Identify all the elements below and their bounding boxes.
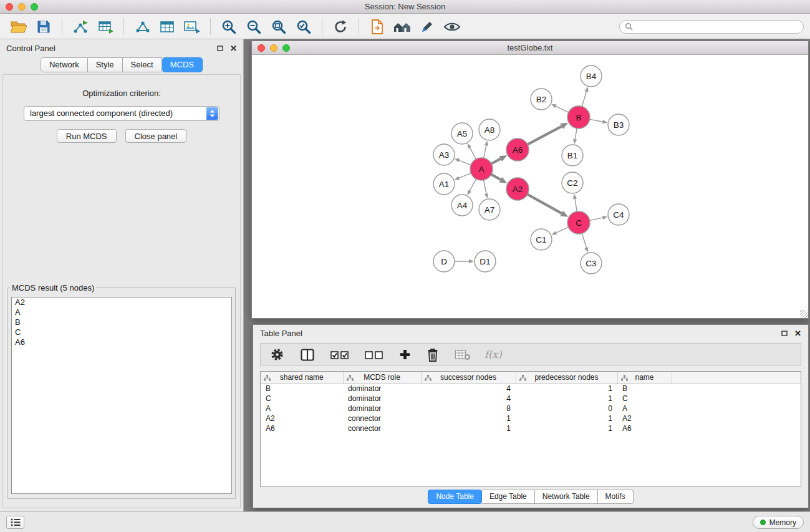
search-input[interactable] xyxy=(636,22,798,31)
mcds-result-item[interactable]: B xyxy=(12,317,231,327)
zoom-out-button[interactable] xyxy=(243,16,264,37)
graph-node-A[interactable]: A xyxy=(470,158,493,180)
minimize-window-button[interactable] xyxy=(18,3,26,11)
graph-node-B[interactable]: B xyxy=(567,106,590,128)
table-tab-edge-table[interactable]: Edge Table xyxy=(482,490,535,504)
show-columns-button[interactable] xyxy=(300,348,315,362)
zoom-fit-content-button[interactable] xyxy=(268,16,289,37)
graph-node-C1[interactable]: C1 xyxy=(531,229,552,250)
table-row[interactable]: A6connector11A6 xyxy=(261,423,801,433)
import-table-from-file-button[interactable] xyxy=(95,16,116,37)
table-settings-button[interactable] xyxy=(270,347,284,362)
graph-edge-A-A2[interactable] xyxy=(491,174,501,180)
graph-node-A5[interactable]: A5 xyxy=(451,123,473,144)
resize-grip[interactable] xyxy=(800,310,808,318)
graph-edge-A-A3[interactable] xyxy=(459,160,471,165)
float-panel-icon[interactable] xyxy=(217,46,223,51)
network-canvas[interactable]: B4B2BB3A5A8A6B1A3AC2A1A2A4A7C4CC1C3DD1 xyxy=(252,56,808,318)
close-panel-icon[interactable]: ✕ xyxy=(230,44,237,52)
graph-edge-B-B4[interactable] xyxy=(582,92,587,107)
graph-node-A8[interactable]: A8 xyxy=(479,119,500,140)
zoom-network-window-button[interactable] xyxy=(282,44,290,52)
graph-edge-A6-B[interactable] xyxy=(527,127,562,145)
graph-node-C4[interactable]: C4 xyxy=(608,204,629,225)
graph-edge-A2-C[interactable] xyxy=(527,194,562,213)
select-all-columns-button[interactable] xyxy=(330,349,349,361)
graph-node-B1[interactable]: B1 xyxy=(562,145,583,166)
graph-edge-B-B3[interactable] xyxy=(589,119,603,122)
export-document-button[interactable] xyxy=(367,16,388,37)
column-header-name[interactable]: name xyxy=(617,372,672,384)
close-table-panel-icon[interactable]: ✕ xyxy=(794,329,801,337)
task-history-button[interactable] xyxy=(6,516,24,529)
annotation-pen-button[interactable] xyxy=(417,16,438,37)
control-panel-tab-style[interactable]: Style xyxy=(88,57,123,72)
function-builder-button[interactable]: f(x) xyxy=(485,349,501,360)
graph-edge-A-A1[interactable] xyxy=(459,173,471,178)
graph-node-C3[interactable]: C3 xyxy=(581,253,602,274)
graph-node-C2[interactable]: C2 xyxy=(562,172,583,193)
node-table-container[interactable]: shared nameMCDS rolesuccessor nodesprede… xyxy=(260,371,801,487)
table-tab-node-table[interactable]: Node Table xyxy=(428,490,482,504)
deselect-all-columns-button[interactable] xyxy=(365,349,383,361)
new-table-button[interactable] xyxy=(157,16,178,37)
table-row[interactable]: A2connector11A2 xyxy=(261,414,801,423)
mcds-result-item[interactable]: C xyxy=(12,327,231,337)
graph-edge-C-C4[interactable] xyxy=(589,218,603,220)
graph-edge-A-A7[interactable] xyxy=(483,180,486,194)
graph-node-B4[interactable]: B4 xyxy=(581,65,602,87)
zoom-window-button[interactable] xyxy=(31,3,38,11)
table-row[interactable]: Adominator80A xyxy=(261,404,801,414)
create-column-button[interactable] xyxy=(399,349,411,360)
memory-button[interactable]: Memory xyxy=(753,516,804,529)
graph-node-A2[interactable]: A2 xyxy=(506,178,529,200)
graph-node-B3[interactable]: B3 xyxy=(608,114,629,135)
control-panel-tab-select[interactable]: Select xyxy=(123,57,162,72)
column-header-successor-nodes[interactable]: successor nodes xyxy=(421,372,516,384)
zoom-selected-button[interactable] xyxy=(293,16,314,37)
delete-table-button[interactable] xyxy=(455,349,471,361)
mcds-result-list[interactable]: A2ABCA6 xyxy=(11,297,232,494)
float-table-panel-icon[interactable] xyxy=(781,331,788,336)
table-tab-network-table[interactable]: Network Table xyxy=(535,490,598,504)
graph-node-A1[interactable]: A1 xyxy=(433,173,455,195)
graph-edge-C-C3[interactable] xyxy=(582,233,586,248)
column-header-shared-name[interactable]: shared name xyxy=(261,372,343,384)
run-mcds-button[interactable]: Run MCDS xyxy=(57,129,117,143)
graph-edge-A-A8[interactable] xyxy=(483,145,486,158)
graph-node-A4[interactable]: A4 xyxy=(451,195,473,216)
network-graph[interactable]: B4B2BB3A5A8A6B1A3AC2A1A2A4A7C4CC1C3DD1 xyxy=(252,56,808,318)
optimization-dropdown[interactable]: largest connected component (directed) xyxy=(24,106,219,121)
graph-node-D[interactable]: D xyxy=(433,251,455,272)
graph-node-D1[interactable]: D1 xyxy=(475,251,496,272)
save-session-button[interactable] xyxy=(33,16,54,37)
mcds-result-item[interactable]: A xyxy=(12,307,231,317)
export-image-button[interactable] xyxy=(181,16,203,37)
home-button[interactable] xyxy=(392,16,413,37)
graph-node-B2[interactable]: B2 xyxy=(531,89,552,110)
delete-column-button[interactable] xyxy=(427,347,439,362)
graph-edge-C-C1[interactable] xyxy=(556,227,569,233)
close-panel-button[interactable]: Close panel xyxy=(125,129,187,143)
table-tab-motifs[interactable]: Motifs xyxy=(598,490,634,504)
close-network-window-button[interactable] xyxy=(258,44,265,52)
open-session-button[interactable] xyxy=(8,16,29,37)
graph-edge-A-A4[interactable] xyxy=(470,178,476,191)
table-row[interactable]: Bdominator41B xyxy=(261,384,801,394)
graph-edge-B-B2[interactable] xyxy=(556,106,569,112)
mcds-result-item[interactable]: A6 xyxy=(12,337,231,347)
graph-node-A6[interactable]: A6 xyxy=(506,138,529,161)
graph-node-A7[interactable]: A7 xyxy=(479,199,500,220)
mcds-result-item[interactable]: A2 xyxy=(12,297,231,307)
minimize-network-window-button[interactable] xyxy=(270,44,277,52)
close-window-button[interactable] xyxy=(6,3,13,11)
graph-edge-A-A6[interactable] xyxy=(491,159,501,164)
search-field[interactable] xyxy=(619,20,804,34)
control-panel-tab-network[interactable]: Network xyxy=(41,57,88,72)
control-panel-tab-mcds[interactable]: MCDS xyxy=(162,57,203,72)
zoom-in-button[interactable] xyxy=(218,16,239,37)
graph-edge-B-B1[interactable] xyxy=(575,128,577,140)
network-window-titlebar[interactable]: testGlobe.txt xyxy=(252,41,808,55)
new-network-button[interactable] xyxy=(132,16,153,37)
import-network-from-file-button[interactable] xyxy=(70,16,91,37)
